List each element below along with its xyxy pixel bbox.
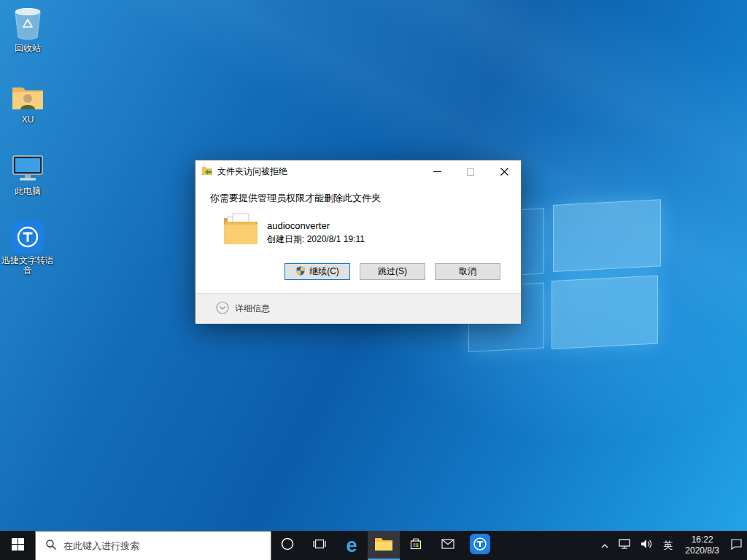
mail-button[interactable] [432, 531, 464, 560]
windows-logo-pane [553, 199, 661, 272]
chevron-up-icon [600, 539, 609, 552]
recycle-bin-icon [12, 4, 43, 41]
network-icon [618, 538, 631, 553]
continue-button-label: 继续(C) [309, 265, 339, 278]
file-explorer-icon [374, 536, 393, 555]
desktop-icon-user-folder[interactable]: XU [1, 76, 55, 133]
cortana-circle-icon [281, 537, 294, 553]
windows-logo-pane [551, 275, 658, 349]
folder-access-denied-dialog: 文件夹访问被拒绝 你需要提供管理员权限才能删除此文件夹 audioconv [195, 160, 522, 323]
task-view-button[interactable] [303, 531, 336, 560]
task-view-icon [313, 538, 326, 553]
volume-button[interactable] [635, 531, 657, 560]
desktop-icon-label: 迅捷文字转语音 [1, 255, 55, 276]
desktop-icon-label: 此电脑 [1, 186, 55, 196]
clock-date: 2020/8/3 [685, 545, 719, 556]
taskbar-clock[interactable]: 16:22 2020/8/3 [678, 531, 726, 560]
folder-icon [222, 212, 260, 251]
search-input[interactable] [63, 540, 246, 551]
desktop-icon-label: 回收站 [1, 43, 55, 53]
this-pc-icon [11, 147, 44, 184]
input-method-indicator[interactable]: 英 [657, 531, 678, 560]
folder-action-icon [201, 166, 213, 178]
network-status-button[interactable] [614, 531, 635, 560]
dialog-title: 文件夹访问被拒绝 [217, 166, 287, 178]
desktop-icon-column: 回收站 XU 此电脑 [1, 4, 55, 276]
store-icon [409, 537, 422, 553]
mail-icon [441, 539, 454, 552]
cancel-button-label: 取消 [459, 265, 476, 278]
dialog-body: 你需要提供管理员权限才能删除此文件夹 audioconverter 创建日期: … [196, 183, 521, 293]
minimize-button[interactable] [420, 160, 454, 183]
search-icon [45, 539, 57, 553]
dialog-titlebar[interactable]: 文件夹访问被拒绝 [196, 160, 521, 183]
skip-button-label: 跳过(S) [378, 265, 407, 278]
store-button[interactable] [400, 531, 432, 560]
folder-name: audioconverter [267, 220, 330, 231]
skip-button[interactable]: 跳过(S) [360, 263, 425, 280]
file-explorer-button[interactable] [368, 531, 400, 560]
window-controls [420, 160, 521, 183]
desktop-icon-recycle-bin[interactable]: 回收站 [1, 4, 55, 61]
taskbar: e [0, 531, 747, 560]
dialog-message: 你需要提供管理员权限才能删除此文件夹 [210, 192, 381, 205]
system-tray: 英 16:22 2020/8/3 [596, 531, 747, 560]
windows-logo-icon [12, 538, 24, 553]
cortana-button[interactable] [271, 531, 303, 560]
tray-overflow-button[interactable] [596, 531, 614, 560]
uac-shield-icon [295, 265, 306, 279]
dialog-button-row: 继续(C) 跳过(S) 取消 [285, 263, 500, 280]
edge-icon: e [346, 536, 357, 556]
action-center-icon [730, 538, 743, 553]
dialog-footer: 详细信息 [196, 293, 521, 324]
xunjie-tts-icon [12, 219, 44, 253]
close-button[interactable] [487, 160, 521, 183]
folder-created-date: 创建日期: 2020/8/1 19:11 [267, 233, 365, 246]
desktop-icon-this-pc[interactable]: 此电脑 [1, 147, 55, 204]
chevron-down-circle-icon[interactable] [216, 301, 229, 316]
start-button[interactable] [0, 531, 35, 560]
speaker-icon [640, 538, 653, 553]
user-folder-icon [11, 76, 44, 112]
xunjie-tts-taskbar-button[interactable] [464, 531, 496, 560]
details-toggle-label[interactable]: 详细信息 [235, 303, 270, 315]
desktop-icon-label: XU [1, 114, 55, 125]
desktop-icon-xunjie-tts[interactable]: 迅捷文字转语音 [1, 219, 55, 276]
clock-time: 16:22 [692, 534, 713, 545]
xunjie-tts-icon [470, 534, 490, 557]
cancel-button[interactable]: 取消 [435, 263, 500, 280]
taskbar-search-box[interactable] [35, 531, 271, 560]
edge-button[interactable]: e [336, 531, 368, 560]
maximize-button[interactable] [454, 160, 487, 183]
action-center-button[interactable] [726, 531, 747, 560]
continue-button[interactable]: 继续(C) [285, 263, 350, 280]
